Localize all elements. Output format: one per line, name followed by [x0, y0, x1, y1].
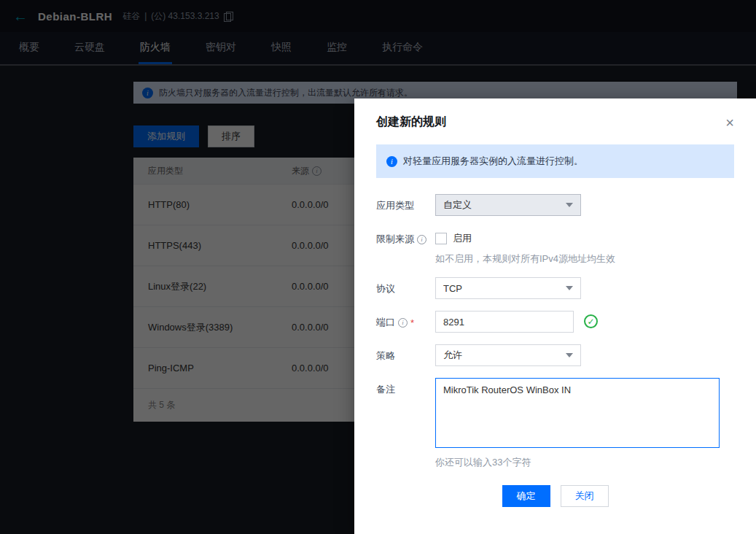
- protocol-select[interactable]: TCP: [435, 277, 581, 299]
- policy-select[interactable]: 允许: [435, 344, 581, 366]
- info-icon: i: [386, 156, 397, 167]
- valid-check-icon: ✓: [584, 314, 598, 328]
- app-type-label: 应用类型: [376, 194, 435, 212]
- port-input[interactable]: [435, 311, 574, 333]
- policy-value: 允许: [443, 349, 462, 362]
- protocol-value: TCP: [443, 283, 462, 294]
- cancel-button[interactable]: 关闭: [561, 485, 609, 507]
- source-limit-help-text: 如不启用，本规则对所有IPv4源地址均生效: [435, 252, 615, 266]
- enable-checkbox[interactable]: [435, 233, 447, 244]
- protocol-label: 协议: [376, 277, 435, 295]
- app-type-value: 自定义: [443, 198, 472, 212]
- protocol-row: 协议 TCP: [376, 277, 734, 299]
- remark-label: 备注: [376, 378, 435, 396]
- dialog-notice-banner: i 对轻量应用服务器实例的入流量进行控制。: [376, 144, 734, 178]
- dialog-header: 创建新的规则 ×: [354, 98, 756, 130]
- port-info-icon[interactable]: i: [398, 318, 408, 328]
- enable-checkbox-label: 启用: [453, 232, 472, 245]
- dialog-notice-text: 对轻量应用服务器实例的入流量进行控制。: [403, 155, 583, 168]
- dialog-footer: 确定 关闭: [376, 485, 734, 507]
- chevron-down-icon: [566, 203, 573, 207]
- required-asterisk: *: [410, 317, 414, 328]
- remark-row: 备注 MikroTik RouterOS WinBox IN 你还可以输入33个…: [376, 378, 734, 469]
- remark-textarea[interactable]: MikroTik RouterOS WinBox IN: [435, 378, 720, 448]
- source-limit-label: 限制来源 i: [376, 228, 435, 246]
- close-icon[interactable]: ×: [725, 115, 734, 130]
- source-limit-info-icon[interactable]: i: [417, 235, 426, 244]
- remark-control: MikroTik RouterOS WinBox IN 你还可以输入33个字符: [435, 378, 720, 469]
- chevron-down-icon: [566, 286, 573, 290]
- confirm-button[interactable]: 确定: [502, 485, 550, 507]
- create-rule-dialog: 创建新的规则 × i 对轻量应用服务器实例的入流量进行控制。 应用类型 自定义 …: [354, 98, 756, 534]
- chevron-down-icon: [566, 353, 573, 357]
- app-type-row: 应用类型 自定义: [376, 194, 734, 216]
- source-limit-control: 启用 如不启用，本规则对所有IPv4源地址均生效: [435, 228, 615, 266]
- policy-label: 策略: [376, 344, 435, 363]
- app-type-select[interactable]: 自定义: [435, 194, 581, 216]
- source-limit-row: 限制来源 i 启用 如不启用，本规则对所有IPv4源地址均生效: [376, 228, 734, 266]
- port-label: 端口 i *: [376, 311, 435, 329]
- char-counter: 你还可以输入33个字符: [435, 456, 720, 469]
- policy-row: 策略 允许: [376, 344, 734, 366]
- dialog-title: 创建新的规则: [376, 115, 446, 130]
- rule-form: 应用类型 自定义 限制来源 i 启用 如不启用，本规则对所有IPv4源地址均生效: [354, 178, 756, 507]
- port-row: 端口 i * ✓: [376, 311, 734, 333]
